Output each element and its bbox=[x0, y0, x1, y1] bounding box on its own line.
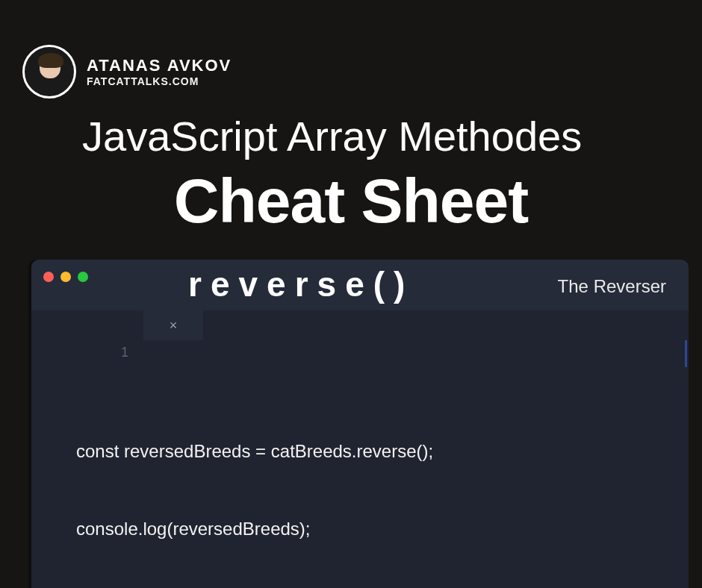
page-title: JavaScript Array Methodes bbox=[82, 112, 702, 160]
minimize-icon[interactable] bbox=[60, 272, 71, 282]
traffic-lights bbox=[43, 272, 88, 282]
close-tab-icon[interactable]: × bbox=[170, 319, 178, 332]
code-line: const reversedBreeds = catBreeds.reverse… bbox=[76, 439, 666, 465]
maximize-icon[interactable] bbox=[78, 272, 88, 282]
method-name: reverse() bbox=[188, 264, 414, 304]
code-line: console.log(reversedBreeds); bbox=[76, 516, 666, 542]
tab-active[interactable]: × bbox=[143, 310, 203, 340]
line-number: 1 bbox=[121, 345, 128, 360]
author-avatar bbox=[22, 45, 76, 98]
author-header: ATANAS AVKOV FATCATTALKS.COM bbox=[0, 0, 702, 98]
window-titlebar: reverse() The Reverser bbox=[31, 260, 689, 310]
close-icon[interactable] bbox=[43, 272, 54, 282]
code-window: reverse() The Reverser × 1 const reverse… bbox=[31, 260, 689, 588]
author-site: FATCATTALKS.COM bbox=[87, 75, 232, 87]
page-subtitle: Cheat Sheet bbox=[0, 165, 702, 237]
tab-bar: × bbox=[31, 310, 689, 340]
author-name: ATANAS AVKOV bbox=[87, 56, 232, 75]
code-block: const reversedBreeds = catBreeds.reverse… bbox=[76, 387, 666, 588]
method-tagline: The Reverser bbox=[558, 276, 666, 297]
scroll-indicator bbox=[685, 340, 687, 367]
author-block: ATANAS AVKOV FATCATTALKS.COM bbox=[87, 56, 232, 87]
